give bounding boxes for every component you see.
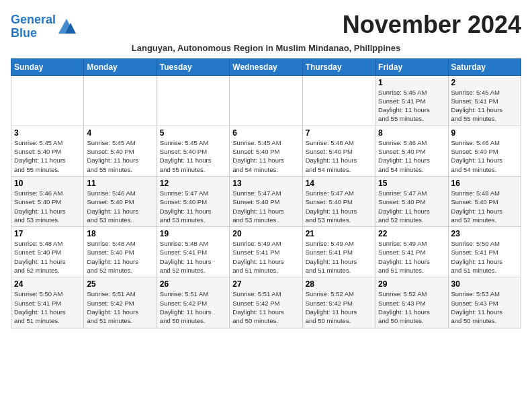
day-info: Sunrise: 5:45 AM Sunset: 5:41 PM Dayligh…: [378, 88, 445, 124]
day-info: Sunrise: 5:47 AM Sunset: 5:40 PM Dayligh…: [232, 189, 299, 224]
day-info: Sunrise: 5:45 AM Sunset: 5:40 PM Dayligh…: [160, 138, 226, 174]
day-info: Sunrise: 5:51 AM Sunset: 5:42 PM Dayligh…: [160, 289, 226, 325]
day-info: Sunrise: 5:47 AM Sunset: 5:40 PM Dayligh…: [378, 189, 445, 224]
calendar-cell: 22Sunrise: 5:49 AM Sunset: 5:41 PM Dayli…: [375, 227, 448, 277]
day-info: Sunrise: 5:49 AM Sunset: 5:41 PM Dayligh…: [232, 239, 299, 275]
day-info: Sunrise: 5:51 AM Sunset: 5:42 PM Dayligh…: [232, 289, 299, 325]
weekday-header-wednesday: Wednesday: [230, 58, 302, 75]
day-number: 13: [232, 179, 299, 188]
calendar-cell: 28Sunrise: 5:52 AM Sunset: 5:42 PM Dayli…: [302, 277, 375, 328]
calendar-cell: 24Sunrise: 5:50 AM Sunset: 5:41 PM Dayli…: [11, 277, 84, 328]
day-number: 16: [451, 179, 518, 188]
day-info: Sunrise: 5:51 AM Sunset: 5:42 PM Dayligh…: [87, 289, 153, 325]
calendar-cell: 25Sunrise: 5:51 AM Sunset: 5:42 PM Dayli…: [84, 277, 157, 328]
day-info: Sunrise: 5:46 AM Sunset: 5:40 PM Dayligh…: [14, 189, 81, 224]
weekday-header-thursday: Thursday: [302, 58, 375, 75]
calendar-week-4: 17Sunrise: 5:48 AM Sunset: 5:40 PM Dayli…: [11, 227, 521, 277]
calendar-cell: 30Sunrise: 5:53 AM Sunset: 5:43 PM Dayli…: [448, 277, 521, 328]
day-info: Sunrise: 5:52 AM Sunset: 5:42 PM Dayligh…: [306, 289, 372, 325]
calendar-table: SundayMondayTuesdayWednesdayThursdayFrid…: [11, 58, 521, 328]
day-info: Sunrise: 5:45 AM Sunset: 5:40 PM Dayligh…: [232, 138, 299, 174]
logo: GeneralBlue: [11, 13, 76, 40]
day-number: 18: [87, 229, 153, 238]
day-info: Sunrise: 5:45 AM Sunset: 5:40 PM Dayligh…: [14, 138, 81, 174]
weekday-header-saturday: Saturday: [448, 58, 521, 75]
calendar-cell: 21Sunrise: 5:49 AM Sunset: 5:41 PM Dayli…: [302, 227, 375, 277]
calendar-cell: 5Sunrise: 5:45 AM Sunset: 5:40 PM Daylig…: [157, 126, 229, 176]
day-info: Sunrise: 5:48 AM Sunset: 5:41 PM Dayligh…: [160, 239, 226, 275]
calendar-cell: 9Sunrise: 5:46 AM Sunset: 5:40 PM Daylig…: [448, 126, 521, 176]
day-number: 3: [14, 128, 81, 138]
day-number: 23: [451, 229, 518, 238]
day-number: 17: [14, 229, 81, 238]
calendar-week-5: 24Sunrise: 5:50 AM Sunset: 5:41 PM Dayli…: [11, 277, 521, 328]
logo-icon: [57, 17, 76, 36]
day-number: 11: [87, 179, 153, 188]
day-info: Sunrise: 5:46 AM Sunset: 5:40 PM Dayligh…: [87, 189, 153, 224]
weekday-header-monday: Monday: [84, 58, 157, 75]
day-number: 25: [87, 279, 153, 289]
day-info: Sunrise: 5:48 AM Sunset: 5:40 PM Dayligh…: [87, 239, 153, 275]
calendar-cell: 6Sunrise: 5:45 AM Sunset: 5:40 PM Daylig…: [230, 126, 302, 176]
calendar-week-2: 3Sunrise: 5:45 AM Sunset: 5:40 PM Daylig…: [11, 126, 521, 176]
day-info: Sunrise: 5:46 AM Sunset: 5:40 PM Dayligh…: [306, 138, 372, 174]
day-number: 14: [306, 179, 372, 188]
day-info: Sunrise: 5:46 AM Sunset: 5:40 PM Dayligh…: [451, 138, 518, 174]
day-number: 24: [14, 279, 81, 289]
day-info: Sunrise: 5:50 AM Sunset: 5:41 PM Dayligh…: [14, 289, 81, 325]
day-number: 10: [14, 179, 81, 188]
day-info: Sunrise: 5:49 AM Sunset: 5:41 PM Dayligh…: [306, 239, 372, 275]
calendar-cell: [11, 75, 84, 126]
day-number: 9: [451, 128, 518, 138]
day-info: Sunrise: 5:48 AM Sunset: 5:40 PM Dayligh…: [14, 239, 81, 275]
day-number: 19: [160, 229, 226, 238]
calendar-cell: 10Sunrise: 5:46 AM Sunset: 5:40 PM Dayli…: [11, 176, 84, 226]
day-number: 4: [87, 128, 153, 138]
header: GeneralBlue November 2024: [11, 11, 521, 40]
day-info: Sunrise: 5:47 AM Sunset: 5:40 PM Dayligh…: [160, 189, 226, 224]
calendar-cell: 12Sunrise: 5:47 AM Sunset: 5:40 PM Dayli…: [157, 176, 229, 226]
calendar-cell: [84, 75, 157, 126]
day-info: Sunrise: 5:53 AM Sunset: 5:43 PM Dayligh…: [451, 289, 518, 325]
calendar-cell: [230, 75, 302, 126]
day-number: 28: [306, 279, 372, 289]
day-number: 21: [306, 229, 372, 238]
calendar-week-3: 10Sunrise: 5:46 AM Sunset: 5:40 PM Dayli…: [11, 176, 521, 226]
calendar-cell: 27Sunrise: 5:51 AM Sunset: 5:42 PM Dayli…: [230, 277, 302, 328]
day-number: 29: [378, 279, 445, 289]
day-info: Sunrise: 5:46 AM Sunset: 5:40 PM Dayligh…: [378, 138, 445, 174]
day-info: Sunrise: 5:50 AM Sunset: 5:41 PM Dayligh…: [451, 239, 518, 275]
day-number: 2: [451, 78, 518, 87]
day-info: Sunrise: 5:47 AM Sunset: 5:40 PM Dayligh…: [306, 189, 372, 224]
calendar-cell: 16Sunrise: 5:48 AM Sunset: 5:40 PM Dayli…: [448, 176, 521, 226]
calendar-subtitle: Languyan, Autonomous Region in Muslim Mi…: [11, 43, 521, 53]
calendar-cell: 23Sunrise: 5:50 AM Sunset: 5:41 PM Dayli…: [448, 227, 521, 277]
calendar-cell: 29Sunrise: 5:52 AM Sunset: 5:43 PM Dayli…: [375, 277, 448, 328]
calendar-cell: [302, 75, 375, 126]
weekday-header-friday: Friday: [375, 58, 448, 75]
calendar-cell: 20Sunrise: 5:49 AM Sunset: 5:41 PM Dayli…: [230, 227, 302, 277]
weekday-header-row: SundayMondayTuesdayWednesdayThursdayFrid…: [11, 58, 521, 75]
calendar-cell: 1Sunrise: 5:45 AM Sunset: 5:41 PM Daylig…: [375, 75, 448, 126]
weekday-header-sunday: Sunday: [11, 58, 84, 75]
calendar-cell: 17Sunrise: 5:48 AM Sunset: 5:40 PM Dayli…: [11, 227, 84, 277]
calendar-cell: 19Sunrise: 5:48 AM Sunset: 5:41 PM Dayli…: [157, 227, 229, 277]
calendar-cell: [157, 75, 229, 126]
day-number: 15: [378, 179, 445, 188]
calendar-cell: 4Sunrise: 5:45 AM Sunset: 5:40 PM Daylig…: [84, 126, 157, 176]
day-number: 22: [378, 229, 445, 238]
day-info: Sunrise: 5:49 AM Sunset: 5:41 PM Dayligh…: [378, 239, 445, 275]
calendar-cell: 8Sunrise: 5:46 AM Sunset: 5:40 PM Daylig…: [375, 126, 448, 176]
calendar-cell: 2Sunrise: 5:45 AM Sunset: 5:41 PM Daylig…: [448, 75, 521, 126]
day-number: 1: [378, 78, 445, 87]
day-number: 7: [306, 128, 372, 138]
calendar-cell: 18Sunrise: 5:48 AM Sunset: 5:40 PM Dayli…: [84, 227, 157, 277]
day-number: 20: [232, 229, 299, 238]
calendar-cell: 11Sunrise: 5:46 AM Sunset: 5:40 PM Dayli…: [84, 176, 157, 226]
calendar-cell: 26Sunrise: 5:51 AM Sunset: 5:42 PM Dayli…: [157, 277, 229, 328]
day-number: 8: [378, 128, 445, 138]
month-title: November 2024: [343, 11, 521, 39]
day-number: 6: [232, 128, 299, 138]
day-number: 5: [160, 128, 226, 138]
day-info: Sunrise: 5:45 AM Sunset: 5:40 PM Dayligh…: [87, 138, 153, 174]
